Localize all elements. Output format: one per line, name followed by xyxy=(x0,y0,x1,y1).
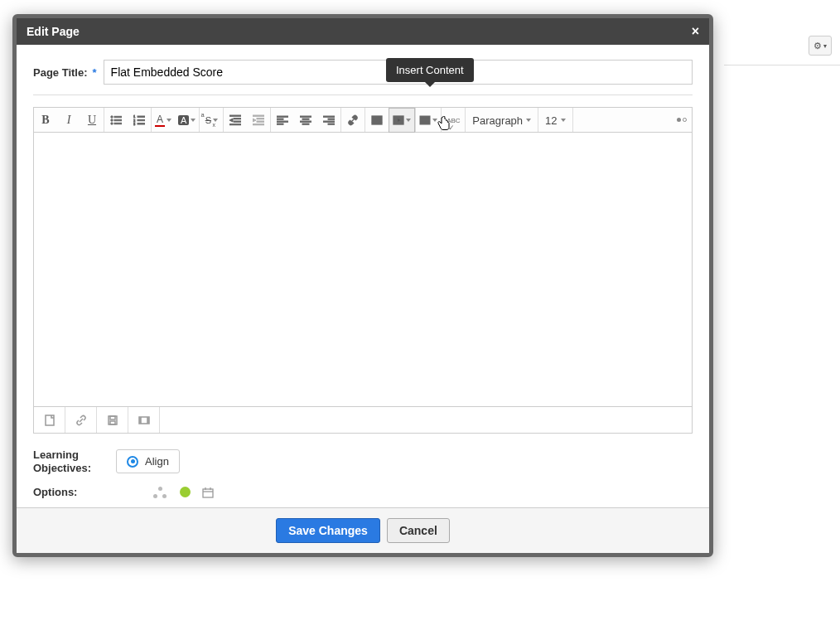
link-button[interactable] xyxy=(341,108,364,133)
footer-html-button[interactable] xyxy=(34,407,65,433)
chevron-down-icon xyxy=(526,119,531,122)
svg-rect-34 xyxy=(372,116,382,124)
svg-rect-20 xyxy=(257,121,264,122)
svg-rect-5 xyxy=(114,123,122,124)
modal-title: Edit Page xyxy=(27,25,80,38)
svg-point-4 xyxy=(111,123,113,124)
align-center-button[interactable] xyxy=(294,108,317,133)
svg-rect-29 xyxy=(302,124,309,124)
svg-marker-14 xyxy=(229,119,233,122)
svg-point-0 xyxy=(111,116,113,118)
italic-button[interactable]: I xyxy=(57,108,80,133)
gear-caret-icon: ▾ xyxy=(823,42,827,50)
svg-rect-1 xyxy=(114,116,122,117)
modal-body: Page Title: * B I U 123 xyxy=(17,45,709,507)
text-color-button[interactable]: A xyxy=(152,108,175,133)
numbered-list-icon: 123 xyxy=(133,114,145,126)
align-center-icon xyxy=(300,114,311,126)
publish-status-icon[interactable] xyxy=(153,487,168,498)
editor-footer xyxy=(34,406,692,433)
gear-icon: ⚙ xyxy=(813,41,822,51)
outdent-button[interactable] xyxy=(224,108,247,133)
options-row: Options: xyxy=(33,486,693,499)
page-title-row: Page Title: * xyxy=(33,60,693,85)
film-icon xyxy=(138,415,150,426)
svg-rect-24 xyxy=(277,121,288,122)
clear-format-icon: a S x xyxy=(205,115,211,125)
dot-icon xyxy=(677,118,681,122)
svg-rect-46 xyxy=(110,421,115,424)
modal-header: Edit Page × xyxy=(17,18,709,45)
svg-rect-32 xyxy=(323,121,335,122)
svg-rect-15 xyxy=(234,121,241,122)
svg-rect-56 xyxy=(203,489,213,497)
cancel-button[interactable]: Cancel xyxy=(387,518,450,543)
date-option-icon[interactable] xyxy=(202,487,214,498)
text-color-icon: A xyxy=(155,114,165,127)
footer-link-button[interactable] xyxy=(65,407,97,433)
bg-color-icon: A xyxy=(178,115,189,125)
learning-objectives-row: Learning Objectives: Align xyxy=(33,448,693,474)
insert-image-button[interactable] xyxy=(365,108,389,133)
svg-rect-12 xyxy=(229,115,241,116)
svg-rect-3 xyxy=(114,119,122,120)
svg-rect-17 xyxy=(253,115,264,116)
learning-objectives-label: Learning Objectives: xyxy=(33,448,116,474)
svg-rect-16 xyxy=(229,124,241,125)
save-button[interactable]: Save Changes xyxy=(276,518,380,543)
image-icon xyxy=(371,114,383,126)
link-icon xyxy=(75,415,87,426)
bullet-list-icon xyxy=(110,114,122,126)
clear-formatting-button[interactable]: a S x xyxy=(200,108,223,133)
editor-content-area[interactable] xyxy=(34,133,692,406)
svg-rect-43 xyxy=(46,415,54,425)
table-button[interactable] xyxy=(416,108,441,133)
svg-rect-25 xyxy=(277,124,283,124)
bg-gear-menu[interactable]: ⚙ ▾ xyxy=(809,36,832,56)
svg-rect-22 xyxy=(277,116,288,117)
disk-icon xyxy=(107,415,118,426)
indent-icon xyxy=(253,114,264,126)
paragraph-label: Paragraph xyxy=(472,114,523,127)
target-icon xyxy=(127,456,138,468)
toolbar-view-toggle[interactable] xyxy=(573,108,692,132)
svg-rect-33 xyxy=(328,124,335,124)
edit-page-modal: Edit Page × Page Title: * B I U xyxy=(12,14,713,557)
chevron-down-icon xyxy=(406,119,411,122)
svg-marker-19 xyxy=(253,119,256,122)
spellcheck-icon: ABC xyxy=(447,117,460,124)
svg-rect-26 xyxy=(300,116,311,117)
indent-button[interactable] xyxy=(247,108,270,133)
footer-file-button[interactable] xyxy=(97,407,128,433)
svg-rect-11 xyxy=(138,124,145,124)
embed-icon xyxy=(393,114,404,126)
svg-rect-28 xyxy=(300,121,311,122)
svg-rect-31 xyxy=(328,119,335,119)
bold-button[interactable]: B xyxy=(34,108,57,133)
svg-rect-27 xyxy=(302,119,309,119)
numbered-list-button[interactable]: 123 xyxy=(128,108,151,133)
outdent-icon xyxy=(229,114,241,126)
bullet-list-button[interactable] xyxy=(104,108,128,133)
svg-point-2 xyxy=(111,119,113,121)
footer-media-button[interactable] xyxy=(128,407,160,433)
bg-color-button[interactable]: A xyxy=(175,108,199,133)
font-size-dropdown[interactable]: 12 xyxy=(538,108,572,133)
align-right-button[interactable] xyxy=(317,108,340,133)
align-left-button[interactable] xyxy=(271,108,294,133)
published-icon[interactable] xyxy=(180,487,191,497)
align-button[interactable]: Align xyxy=(116,449,180,473)
svg-rect-38 xyxy=(420,116,430,124)
paragraph-format-dropdown[interactable]: Paragraph xyxy=(466,108,538,133)
insert-content-button[interactable] xyxy=(389,108,415,133)
underline-button[interactable]: U xyxy=(80,108,104,133)
align-right-icon xyxy=(323,114,335,126)
svg-text:3: 3 xyxy=(133,122,136,126)
required-asterisk: * xyxy=(93,66,97,79)
svg-rect-23 xyxy=(277,119,283,119)
spellcheck-button[interactable]: ABC xyxy=(442,108,465,133)
close-icon[interactable]: × xyxy=(692,25,699,38)
align-left-icon xyxy=(277,114,288,126)
chevron-down-icon xyxy=(432,119,437,122)
chevron-down-icon xyxy=(167,119,171,122)
